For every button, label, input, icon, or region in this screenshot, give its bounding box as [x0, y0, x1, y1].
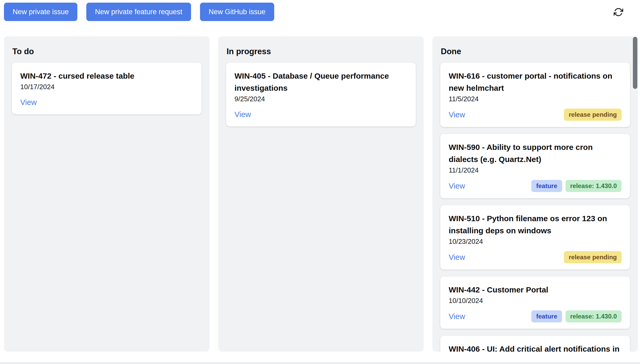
badge-list: release pending	[564, 251, 622, 263]
refresh-button[interactable]	[614, 7, 623, 17]
badge-release-version: release: 1.430.0	[566, 180, 622, 192]
new-private-issue-button[interactable]: New private issue	[4, 3, 77, 21]
card-win-442: WIN-442 - Customer Portal 10/10/2024 Vie…	[440, 276, 630, 329]
card-date: 11/5/2024	[449, 95, 622, 103]
card-title: WIN-590 - Ability to support more cron d…	[449, 141, 622, 165]
card-date: 10/23/2024	[449, 237, 622, 246]
view-link[interactable]: View	[234, 110, 251, 119]
vertical-scrollbar-thumb[interactable]	[633, 37, 637, 89]
card-win-590: WIN-590 - Ability to support more cron d…	[440, 134, 630, 198]
card-footer: View release pending	[449, 109, 622, 121]
new-private-feature-request-button[interactable]: New private feature request	[86, 3, 191, 21]
badge-release-pending: release pending	[564, 251, 622, 263]
card-win-405: WIN-405 - Database / Queue performance i…	[226, 63, 416, 127]
badge-feature: feature	[531, 180, 562, 192]
view-link[interactable]: View	[20, 98, 37, 107]
column-todo: To do WIN-472 - cursed release table 10/…	[4, 36, 209, 352]
view-link[interactable]: View	[449, 312, 465, 321]
badge-feature: feature	[531, 310, 562, 322]
card-footer: View	[234, 109, 407, 120]
badge-release-version: release: 1.430.0	[566, 310, 622, 322]
card-date: 9/25/2024	[234, 95, 407, 103]
badge-release-pending: release pending	[564, 109, 622, 121]
view-link[interactable]: View	[449, 253, 465, 262]
view-link[interactable]: View	[449, 110, 465, 119]
card-title: WIN-510 - Python filename os error 123 o…	[449, 213, 622, 237]
refresh-icon	[614, 7, 623, 17]
toolbar: New private issue New private feature re…	[0, 0, 640, 21]
kanban-board: To do WIN-472 - cursed release table 10/…	[0, 21, 640, 336]
card-title: WIN-616 - customer portal - notification…	[449, 70, 622, 94]
badge-list: feature release: 1.430.0	[531, 180, 622, 192]
column-done: Done WIN-616 - customer portal - notific…	[432, 36, 638, 352]
card-title: WIN-406 - UI: Add critical alert notific…	[449, 343, 622, 352]
card-footer: View release pending	[449, 251, 622, 263]
column-title-todo: To do	[12, 47, 202, 56]
card-win-472: WIN-472 - cursed release table 10/17/202…	[12, 63, 202, 114]
card-date: 10/17/2024	[20, 83, 193, 91]
badge-list: release pending	[564, 109, 622, 121]
card-win-616: WIN-616 - customer portal - notification…	[440, 63, 630, 127]
card-date: 11/1/2024	[449, 166, 622, 174]
card-title: WIN-442 - Customer Portal	[449, 284, 622, 296]
card-footer: View	[20, 97, 193, 108]
new-github-issue-button[interactable]: New GitHub issue	[200, 3, 274, 21]
card-title: WIN-405 - Database / Queue performance i…	[234, 70, 407, 94]
column-title-done: Done	[441, 47, 630, 56]
column-in-progress: In progress WIN-405 - Database / Queue p…	[218, 36, 424, 352]
horizontal-scrollbar-track[interactable]	[0, 362, 640, 364]
card-win-406: WIN-406 - UI: Add critical alert notific…	[440, 336, 630, 352]
card-date: 10/10/2024	[449, 297, 622, 305]
card-title: WIN-472 - cursed release table	[20, 70, 193, 82]
card-footer: View feature release: 1.430.0	[449, 310, 622, 322]
card-win-510: WIN-510 - Python filename os error 123 o…	[440, 205, 630, 270]
column-title-in-progress: In progress	[227, 47, 416, 56]
view-link[interactable]: View	[449, 182, 465, 190]
badge-list: feature release: 1.430.0	[531, 310, 622, 322]
card-footer: View feature release: 1.430.0	[449, 180, 622, 192]
